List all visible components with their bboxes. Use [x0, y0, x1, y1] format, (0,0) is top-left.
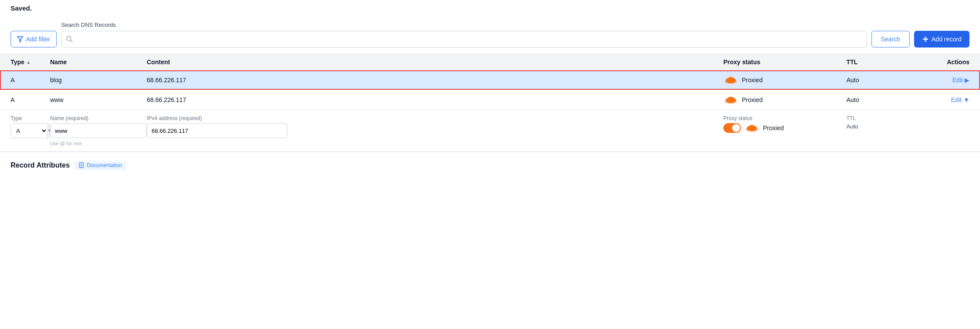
proxy-toggle[interactable] — [723, 123, 741, 133]
edit-blog-label[interactable]: Edit — [952, 77, 963, 84]
svg-line-2 — [71, 40, 73, 42]
dns-table: Type ▲ Name Content Proxy status TTL Act… — [0, 54, 980, 152]
edit-www-label[interactable]: Edit — [951, 96, 962, 103]
proxy-status-blog: Proxied — [742, 77, 762, 84]
cloud-icon-blog — [723, 76, 738, 84]
record-attributes-title: Record Attributes — [11, 161, 70, 169]
edit-ttl-field: TTL Auto — [846, 115, 917, 130]
edit-proxy-field: Proxy status Proxied — [723, 115, 846, 133]
edit-name-label: Name (required) — [50, 115, 147, 121]
filter-icon — [17, 36, 23, 42]
add-filter-button[interactable]: Add filter — [11, 31, 57, 48]
cell-blog-content: 68.66.226.117 — [147, 77, 723, 84]
svg-point-14 — [728, 97, 734, 102]
col-ttl: TTL — [846, 58, 917, 66]
doc-icon — [79, 162, 85, 168]
add-record-label: Add record — [932, 36, 962, 43]
edit-ipv4-label: IPv4 address (required) — [147, 115, 723, 121]
cloud-icon-edit — [744, 124, 759, 132]
search-input-wrap — [61, 31, 867, 48]
proxy-status-www: Proxied — [742, 96, 762, 103]
record-attributes-section: Record Attributes Documentation — [0, 152, 980, 170]
cell-www-type: A — [11, 96, 50, 103]
edit-type-field: Type A AAAA CNAME MX TXT — [11, 115, 50, 138]
documentation-label: Documentation — [87, 162, 123, 168]
search-block: Search DNS Records Search Add record — [61, 22, 969, 48]
edit-form-row: Type A AAAA CNAME MX TXT Name (required) — [0, 110, 980, 152]
edit-blog-icon: ▶ — [965, 77, 969, 84]
type-select[interactable]: A AAAA CNAME MX TXT — [11, 124, 47, 138]
cell-blog-type: A — [11, 77, 50, 84]
edit-ipv4-field: IPv4 address (required) — [147, 115, 723, 138]
col-actions: Actions — [917, 58, 969, 66]
edit-ttl-label: TTL — [846, 115, 917, 121]
edit-type-label: Type — [11, 115, 50, 121]
cell-blog-actions[interactable]: Edit ▶ — [917, 77, 969, 84]
cell-www-name: www — [50, 96, 147, 103]
search-icon — [66, 36, 73, 43]
search-button[interactable]: Search — [871, 31, 909, 48]
edit-proxy-label: Proxy status — [723, 115, 846, 121]
svg-point-1 — [67, 37, 71, 41]
type-select-wrapper[interactable]: A AAAA CNAME MX TXT — [11, 123, 50, 138]
svg-marker-0 — [18, 37, 23, 42]
table-row-www: A www 68.66.226.117 Proxied Auto Edit ▼ — [0, 90, 980, 110]
proxy-toggle-row: Proxied — [723, 123, 846, 133]
edit-www-icon: ▼ — [963, 96, 969, 103]
edit-name-hint: Use @ for root — [50, 141, 147, 146]
edit-name-input[interactable] — [50, 123, 147, 138]
cell-www-actions[interactable]: Edit ▼ — [917, 96, 969, 103]
cell-blog-proxy: Proxied — [723, 76, 846, 84]
col-content: Content — [147, 58, 723, 66]
cell-blog-ttl: Auto — [846, 77, 917, 84]
table-row-blog: A blog 68.66.226.117 Proxied Auto Edit ▶ — [0, 70, 980, 90]
svg-point-19 — [749, 125, 755, 130]
cloud-icon-www — [723, 95, 738, 104]
cell-blog-name: blog — [50, 77, 147, 84]
col-type: Type ▲ — [11, 58, 50, 66]
toolbar: Add filter Search DNS Records Search Add… — [0, 14, 980, 54]
add-filter-label: Add filter — [26, 36, 50, 43]
search-dns-label: Search DNS Records — [61, 22, 969, 28]
col-name: Name — [50, 58, 147, 66]
edit-proxy-value: Proxied — [763, 124, 784, 132]
sort-arrow-type: ▲ — [26, 60, 31, 65]
svg-point-9 — [728, 77, 734, 82]
cell-www-proxy: Proxied — [723, 95, 846, 104]
col-proxy-status: Proxy status — [723, 58, 846, 66]
cell-www-ttl: Auto — [846, 96, 917, 103]
add-record-button[interactable]: Add record — [914, 31, 969, 48]
documentation-badge[interactable]: Documentation — [74, 161, 127, 170]
table-header: Type ▲ Name Content Proxy status TTL Act… — [0, 54, 980, 70]
edit-ttl-value: Auto — [846, 123, 917, 130]
edit-name-field: Name (required) Use @ for root — [50, 115, 147, 146]
cell-www-content: 68.66.226.117 — [147, 96, 723, 103]
search-input[interactable] — [76, 36, 862, 43]
edit-ipv4-input[interactable] — [147, 123, 287, 138]
saved-notice: Saved. — [0, 0, 980, 14]
plus-icon — [922, 36, 929, 43]
